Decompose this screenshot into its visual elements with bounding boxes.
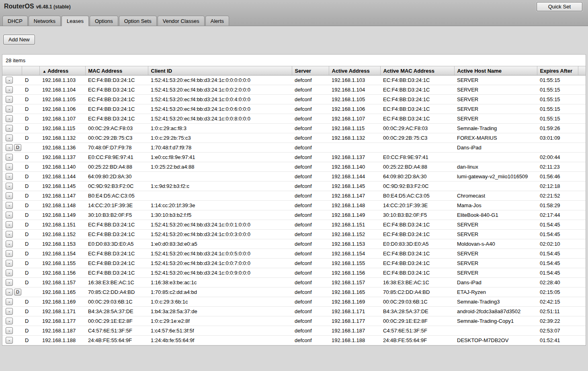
tab-dhcp[interactable]: DHCP: [2, 16, 28, 26]
row-buttons-cell: -: [2, 210, 22, 220]
table-row[interactable]: -D192.168.1.152EC:F4:BB:D3:24:1C1:52:41:…: [2, 230, 586, 239]
tab-networks[interactable]: Networks: [29, 16, 61, 26]
column-header-server[interactable]: Server: [292, 66, 329, 75]
table-row[interactable]: -D192.168.1.15716:38:E3:BE:AC:1C1:16:38:…: [2, 278, 586, 287]
remove-lease-button[interactable]: -: [6, 96, 13, 103]
table-row[interactable]: -D192.168.1.14000:25:22:BD:A4:881:0:25:2…: [2, 162, 586, 172]
table-row[interactable]: -D192.168.1.103EC:F4:BB:D3:24:1C1:52:41:…: [2, 75, 586, 85]
cell-server: defconf: [292, 210, 329, 220]
remove-lease-button[interactable]: -: [6, 250, 13, 257]
remove-lease-button[interactable]: -: [6, 260, 13, 267]
tab-options[interactable]: Options: [90, 16, 118, 26]
add-new-button[interactable]: Add New: [3, 35, 35, 45]
row-buttons-cell: -: [2, 153, 22, 162]
remove-lease-button[interactable]: -: [6, 241, 13, 247]
remove-lease-button[interactable]: -: [6, 144, 13, 151]
dynamic-flag: D: [22, 201, 39, 210]
remove-lease-button[interactable]: -: [6, 154, 13, 161]
row-buttons-cell: -D: [2, 143, 22, 153]
remove-lease-button[interactable]: -: [6, 183, 13, 190]
table-row[interactable]: -D192.168.1.14464:09:80:2D:8A:30defconf1…: [2, 172, 586, 181]
remove-lease-button[interactable]: -: [6, 115, 13, 122]
tab-bar: DHCPNetworksLeasesOptionsOption SetsVend…: [0, 13, 588, 26]
remove-lease-button[interactable]: -: [6, 173, 13, 180]
table-row[interactable]: -D192.168.1.147B0:E4:D5:AC:C3:05defconf1…: [2, 191, 586, 201]
table-row[interactable]: -D192.168.1.104EC:F4:BB:D3:24:1C1:52:41:…: [2, 85, 586, 95]
remove-lease-button[interactable]: -: [6, 318, 13, 324]
table-row[interactable]: -D192.168.1.154EC:F4:BB:D3:24:1C1:52:41:…: [2, 249, 586, 259]
cell-expires: 01:54:45: [537, 249, 578, 259]
table-row[interactable]: -D192.168.1.171B4:3A:28:5A:37:DE1:b4:3a:…: [2, 307, 586, 316]
remove-lease-button[interactable]: -: [6, 192, 13, 199]
remove-lease-button[interactable]: -: [6, 221, 13, 228]
cell-expires: 02:51:11: [537, 307, 578, 316]
remove-lease-button[interactable]: -: [6, 77, 13, 84]
table-row[interactable]: -D192.168.1.14814:CC:20:1F:39:3E1:14:cc:…: [2, 201, 586, 210]
cell-mac: E0:D0:83:3D:E0:A5: [85, 239, 148, 249]
remove-lease-button[interactable]: -: [6, 279, 13, 286]
remove-lease-button[interactable]: -: [6, 327, 13, 334]
remove-lease-button[interactable]: -: [6, 289, 13, 296]
column-header-active-host-name[interactable]: Active Host Name: [454, 66, 537, 75]
remove-lease-button[interactable]: -: [6, 308, 13, 315]
remove-lease-button[interactable]: -: [6, 337, 13, 344]
column-header-client-id[interactable]: Client ID: [148, 66, 292, 75]
table-row[interactable]: -D192.168.1.18824:4B:FE:55:64:9F1:24:4b:…: [2, 336, 586, 345]
remove-lease-button[interactable]: -: [6, 202, 13, 209]
table-row[interactable]: -D192.168.1.105EC:F4:BB:D3:24:1C1:52:41:…: [2, 95, 586, 104]
table-row[interactable]: -D192.168.1.107EC:F4:BB:D3:24:1C1:52:41:…: [2, 114, 586, 124]
cell-expires: 01:55:15: [537, 114, 578, 124]
table-row[interactable]: -D192.168.1.137E0:CC:F8:9E:97:411:e0:cc:…: [2, 153, 586, 162]
dynamic-flag: D: [22, 336, 39, 345]
table-row[interactable]: -D192.168.1.16900:0C:29:03:6B:1C1:0:c:29…: [2, 297, 586, 307]
disable-lease-button[interactable]: D: [14, 144, 21, 151]
cell-host: ETAJ-Ryzen: [454, 287, 537, 297]
dynamic-flag: D: [22, 191, 39, 201]
table-row[interactable]: -D192.168.1.153E0:D0:83:3D:E0:A51:e0:d0:…: [2, 239, 586, 249]
column-header-active-address[interactable]: Active Address: [329, 66, 380, 75]
column-header-address[interactable]: ▲ Address: [39, 66, 85, 75]
remove-lease-button[interactable]: -: [6, 86, 13, 93]
cell-active-mac: EC:F4:BB:D3:24:1C: [380, 75, 454, 85]
table-row[interactable]: -D192.168.1.16570:85:C2:DD:A4:BD1:70:85:…: [2, 287, 586, 297]
table-row[interactable]: -D192.168.1.151EC:F4:BB:D3:24:1C1:52:41:…: [2, 220, 586, 230]
remove-lease-button[interactable]: -: [6, 212, 13, 218]
table-row[interactable]: -D192.168.1.156EC:F4:BB:D3:24:1C1:52:41:…: [2, 268, 586, 278]
row-spacer-cell: [578, 162, 586, 172]
disable-lease-button[interactable]: D: [14, 289, 21, 296]
remove-lease-button[interactable]: -: [6, 231, 13, 238]
table-row[interactable]: -D192.168.1.17700:0C:29:1E:E2:8F1:0:c:29…: [2, 316, 586, 326]
remove-lease-button[interactable]: -: [6, 106, 13, 112]
table-row[interactable]: -D192.168.1.1450C:9D:92:B3:F2:0C1:c:9d:9…: [2, 181, 586, 191]
remove-lease-button[interactable]: -: [6, 298, 13, 305]
remove-lease-button[interactable]: -: [6, 125, 13, 132]
table-row[interactable]: -D192.168.1.187C4:57:6E:51:3F:5F1:c4:57:…: [2, 326, 586, 336]
remove-lease-button[interactable]: -: [6, 163, 13, 170]
column-header-mac-address[interactable]: MAC Address: [85, 66, 148, 75]
cell-expires: 01:56:46: [537, 172, 578, 181]
quick-set-button[interactable]: Quick Set: [537, 2, 582, 11]
table-row[interactable]: -D192.168.1.13200:0C:29:2B:75:C31:0:c:29…: [2, 133, 586, 143]
tab-alerts[interactable]: Alerts: [205, 16, 229, 26]
column-header-expires-after[interactable]: Expires After: [537, 66, 578, 75]
cell-address: 192.168.1.177: [39, 316, 85, 326]
table-row[interactable]: -D192.168.1.14930:10:B3:B2:0F:F51:30:10:…: [2, 210, 586, 220]
table-row[interactable]: -D192.168.1.106EC:F4:BB:D3:24:1C1:52:41:…: [2, 104, 586, 114]
column-header-active-mac-address[interactable]: Active MAC Address: [380, 66, 454, 75]
remove-lease-button[interactable]: -: [6, 269, 13, 276]
cell-client-id: [148, 191, 292, 201]
cell-active-address: 192.168.1.156: [329, 268, 380, 278]
tab-option-sets[interactable]: Option Sets: [119, 16, 157, 26]
table-row[interactable]: -D192.168.1.11500:0C:29:AC:F8:031:0:c:29…: [2, 124, 586, 133]
tab-vendor-classes[interactable]: Vendor Classes: [158, 16, 205, 26]
cell-active-address: 192.168.1.148: [329, 201, 380, 210]
cell-active-mac: 16:38:E3:BE:AC:1C: [380, 278, 454, 287]
table-row[interactable]: -D192.168.1.13670:48:0F:D7:F9:781:70:48:…: [2, 143, 586, 153]
tab-leases[interactable]: Leases: [61, 16, 89, 26]
cell-address: 192.168.1.144: [39, 172, 85, 181]
table-row[interactable]: -D192.168.1.155EC:F4:BB:D3:24:1C1:52:41:…: [2, 259, 586, 268]
cell-client-id: 1:52:41:53:20:ec:f4:bb:d3:24:1c:0:0:1:0:…: [148, 220, 292, 230]
remove-lease-button[interactable]: -: [6, 135, 13, 141]
cell-active-mac: E0:CC:F8:9E:97:41: [380, 153, 454, 162]
cell-active-mac: 00:0C:29:2B:75:C3: [380, 133, 454, 143]
